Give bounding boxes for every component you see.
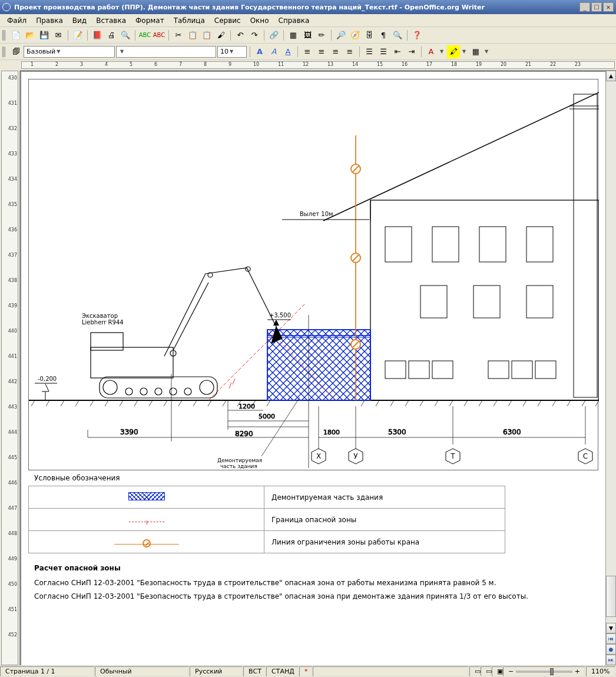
status-style[interactable]: Обычный bbox=[95, 666, 189, 676]
view-mode-2-icon[interactable]: ▭ bbox=[481, 666, 491, 676]
menu-format[interactable]: Формат bbox=[131, 15, 169, 26]
edit-icon[interactable]: 📝 bbox=[71, 29, 84, 42]
navigator-icon[interactable]: 🧭 bbox=[349, 29, 362, 42]
menu-window[interactable]: Окно bbox=[246, 15, 274, 26]
svg-text:У: У bbox=[353, 452, 358, 460]
highlight-icon[interactable]: 🖍 bbox=[447, 45, 460, 58]
menu-edit[interactable]: Правка bbox=[31, 15, 68, 26]
autospell-icon[interactable]: ABC bbox=[153, 29, 165, 42]
font-color-icon[interactable]: A bbox=[425, 45, 438, 58]
ruler-h-num: 14 bbox=[352, 62, 358, 67]
ruler-v-num: 440 bbox=[8, 328, 17, 334]
document-viewport[interactable]: 3390 1200 5000 8290 1800 5300 6300 bbox=[20, 71, 605, 665]
zoom-slider[interactable]: − + bbox=[503, 666, 585, 676]
ruler-h-num: 6 bbox=[154, 62, 157, 67]
menu-insert[interactable]: Вставка bbox=[91, 15, 131, 26]
cut-icon[interactable]: ✂ bbox=[172, 29, 185, 42]
bgcolor-icon[interactable]: ▦ bbox=[469, 45, 482, 58]
scroll-down-icon[interactable]: ▼ bbox=[606, 623, 616, 633]
view-mode-1-icon[interactable]: ▭ bbox=[469, 666, 480, 676]
datasource-icon[interactable]: 🗄 bbox=[363, 29, 376, 42]
menu-tools[interactable]: Сервис bbox=[210, 15, 246, 26]
toolbar-handle-2[interactable] bbox=[2, 47, 6, 57]
svg-point-94 bbox=[140, 388, 147, 395]
spellcheck-icon[interactable]: ABC bbox=[138, 29, 151, 42]
zoom-plus-icon[interactable]: + bbox=[575, 668, 580, 675]
font-color-drop[interactable]: ▼ bbox=[440, 49, 446, 54]
new-icon[interactable]: 📄 bbox=[9, 29, 22, 42]
scroll-thumb[interactable] bbox=[606, 576, 616, 617]
align-left-icon[interactable]: ≡ bbox=[301, 45, 314, 58]
scroll-up-icon[interactable]: ▲ bbox=[606, 71, 616, 81]
next-page-icon[interactable]: ⏭ bbox=[606, 655, 616, 665]
indent-inc-icon[interactable]: ⇥ bbox=[405, 45, 418, 58]
scroll-track[interactable] bbox=[606, 81, 616, 623]
find-icon[interactable]: 🔎 bbox=[335, 29, 347, 42]
status-ins[interactable]: ВСТ bbox=[243, 666, 266, 676]
status-zoom[interactable]: 110% bbox=[586, 666, 615, 676]
bgcolor-drop[interactable]: ▼ bbox=[485, 49, 491, 54]
maximize-button[interactable]: ☐ bbox=[591, 2, 602, 12]
browse-icon[interactable]: ● bbox=[606, 644, 616, 655]
status-std[interactable]: СТАНД bbox=[266, 666, 299, 676]
undo-icon[interactable]: ↶ bbox=[234, 29, 247, 42]
align-center-icon[interactable]: ≡ bbox=[315, 45, 328, 58]
ruler-v-num: 430 bbox=[8, 75, 17, 81]
ruler-h-num: 23 bbox=[575, 62, 581, 67]
zoom-minus-icon[interactable]: − bbox=[508, 668, 514, 675]
toolbar-standard: 📄 📂 💾 ✉ 📝 📕 🖨 🔍 ABC ABC ✂ 📋 📋 🖌 ↶ ↷ 🔗 ▦ … bbox=[0, 27, 616, 44]
brush-icon[interactable]: 🖌 bbox=[214, 29, 227, 42]
paste-icon[interactable]: 📋 bbox=[200, 29, 213, 42]
italic-icon[interactable]: A bbox=[267, 45, 280, 58]
list-bullet-icon[interactable]: ☰ bbox=[377, 45, 390, 58]
preview-icon[interactable]: 🔍 bbox=[119, 29, 132, 42]
toolbar-handle[interactable] bbox=[2, 30, 6, 41]
save-icon[interactable]: 💾 bbox=[38, 29, 51, 42]
draw-icon[interactable]: ✏ bbox=[315, 29, 328, 42]
prev-page-icon[interactable]: ⏮ bbox=[606, 633, 616, 644]
label-boom: Вылет 10м bbox=[300, 211, 333, 217]
gallery-icon[interactable]: 🖼 bbox=[301, 29, 314, 42]
open-icon[interactable]: 📂 bbox=[24, 29, 37, 42]
print-icon[interactable]: 🖨 bbox=[105, 29, 118, 42]
menu-view[interactable]: Вид bbox=[68, 15, 91, 26]
menu-table[interactable]: Таблица bbox=[169, 15, 210, 26]
pdf-icon[interactable]: 📕 bbox=[91, 29, 104, 42]
ruler-vertical[interactable]: 4304314324334344354364374384394404414424… bbox=[0, 71, 20, 665]
copy-icon[interactable]: 📋 bbox=[186, 29, 199, 42]
scrollbar-vertical[interactable]: ▲ ▼ ⏮ ● ⏭ bbox=[605, 71, 616, 665]
list-num-icon[interactable]: ☰ bbox=[363, 45, 376, 58]
indent-dec-icon[interactable]: ⇤ bbox=[391, 45, 404, 58]
menu-help[interactable]: Справка bbox=[274, 15, 314, 26]
mail-icon[interactable]: ✉ bbox=[52, 29, 65, 42]
svg-line-19 bbox=[376, 400, 379, 406]
redo-icon[interactable]: ↷ bbox=[248, 29, 261, 42]
align-right-icon[interactable]: ≡ bbox=[329, 45, 342, 58]
svg-line-28 bbox=[508, 400, 512, 406]
legend-icon-cell bbox=[29, 509, 264, 531]
align-justify-icon[interactable]: ≡ bbox=[343, 45, 356, 58]
view-mode-3-icon[interactable]: ▣ bbox=[492, 666, 502, 676]
font-combo[interactable]: ▼ bbox=[116, 46, 216, 58]
ruler-v-num: 446 bbox=[8, 480, 17, 486]
bold-icon[interactable]: A bbox=[253, 45, 266, 58]
table-icon[interactable]: ▦ bbox=[287, 29, 300, 42]
hyperlink-icon[interactable]: 🔗 bbox=[267, 29, 280, 42]
underline-icon[interactable]: A bbox=[281, 45, 294, 58]
minimize-button[interactable]: _ bbox=[579, 2, 590, 12]
svg-text:Liebherr R944: Liebherr R944 bbox=[82, 319, 124, 326]
ruler-horizontal[interactable]: 1234567891011121314151617181920212223 bbox=[20, 60, 616, 71]
styles-icon[interactable]: 🗐 bbox=[9, 45, 22, 58]
size-combo[interactable]: 10▼ bbox=[217, 46, 247, 58]
menu-file[interactable]: Файл bbox=[2, 15, 31, 26]
style-combo[interactable]: Базовый▼ bbox=[24, 46, 115, 58]
highlight-drop[interactable]: ▼ bbox=[462, 49, 468, 54]
svg-point-97 bbox=[184, 388, 191, 395]
nonprint-icon[interactable]: ¶ bbox=[377, 29, 390, 42]
zoom-icon[interactable]: 🔍 bbox=[391, 29, 404, 42]
status-lang[interactable]: Русский bbox=[190, 666, 243, 676]
svg-line-20 bbox=[390, 400, 394, 406]
close-button[interactable]: ✕ bbox=[603, 2, 614, 12]
svg-line-29 bbox=[523, 400, 526, 406]
help-icon[interactable]: ❓ bbox=[410, 29, 423, 42]
